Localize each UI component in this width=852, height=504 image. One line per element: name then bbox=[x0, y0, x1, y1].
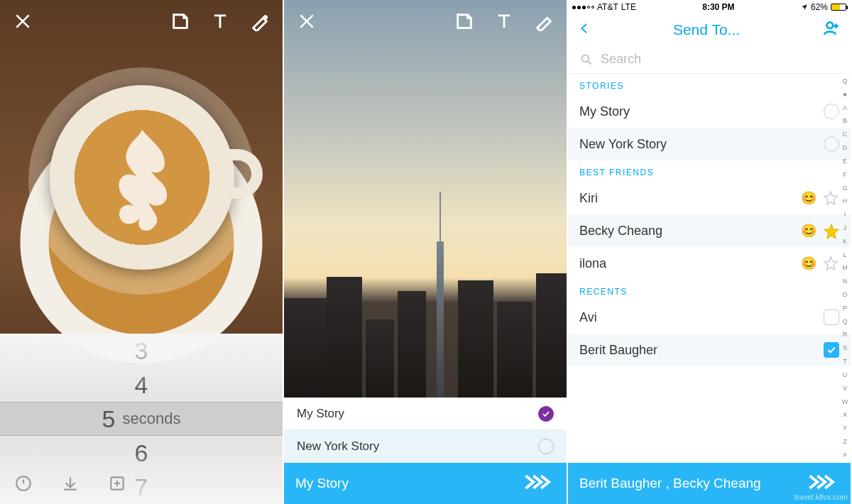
list-item[interactable]: My Story bbox=[568, 95, 851, 128]
draw-icon[interactable] bbox=[532, 10, 555, 33]
index-letter[interactable]: E bbox=[841, 158, 849, 165]
list-item[interactable]: Becky Cheang 😊 bbox=[568, 214, 851, 247]
index-letter[interactable]: A bbox=[841, 105, 849, 111]
index-letter[interactable]: U bbox=[841, 372, 849, 378]
index-letter[interactable]: ★ bbox=[841, 92, 849, 98]
index-letter[interactable]: J bbox=[841, 225, 849, 231]
index-letter[interactable]: I bbox=[841, 212, 849, 218]
timer-icon[interactable] bbox=[14, 474, 33, 493]
battery-icon bbox=[831, 4, 846, 11]
index-letter[interactable]: Z bbox=[841, 439, 849, 445]
send-arrow-icon[interactable] bbox=[524, 473, 555, 495]
list-item[interactable]: Berit Baugher bbox=[568, 334, 851, 366]
back-icon[interactable] bbox=[578, 19, 591, 40]
section-header-bestfriends: BEST FRIENDS bbox=[568, 160, 851, 182]
text-icon[interactable] bbox=[209, 10, 231, 33]
star-on-icon[interactable] bbox=[822, 222, 839, 239]
item-label: Kiri bbox=[579, 191, 598, 206]
picker-value[interactable]: 6 bbox=[135, 436, 148, 470]
story-add-icon[interactable] bbox=[108, 474, 126, 493]
story-option[interactable]: New York Story bbox=[284, 430, 567, 463]
editor-topbar bbox=[284, 0, 567, 43]
editor-topbar bbox=[0, 0, 283, 43]
index-letter[interactable]: D bbox=[841, 145, 849, 151]
search-icon bbox=[579, 53, 594, 67]
screen-timer: 3 4 5 seconds 6 7 bbox=[0, 0, 284, 504]
index-letter[interactable]: G bbox=[841, 185, 849, 192]
watermark: travel.kllvx.com bbox=[794, 493, 848, 501]
index-letter[interactable]: O bbox=[841, 292, 849, 298]
index-letter[interactable]: T bbox=[841, 358, 849, 365]
index-letter[interactable]: M bbox=[841, 265, 849, 271]
navbar: Send To... bbox=[568, 14, 851, 45]
index-letter[interactable]: P bbox=[841, 305, 849, 312]
index-letter[interactable]: N bbox=[841, 278, 849, 285]
smile-emoji-icon: 😊 bbox=[801, 223, 816, 239]
index-letter[interactable]: Y bbox=[841, 425, 849, 432]
list-item[interactable]: Avi bbox=[568, 301, 851, 334]
radio-unchecked-icon[interactable] bbox=[824, 104, 839, 119]
close-icon[interactable] bbox=[11, 10, 34, 33]
index-letter[interactable]: R bbox=[841, 332, 849, 338]
search-input[interactable]: Search bbox=[568, 45, 851, 74]
index-letter[interactable]: S bbox=[841, 345, 849, 351]
text-icon[interactable] bbox=[493, 10, 515, 33]
sticker-icon[interactable] bbox=[169, 10, 192, 33]
star-off-icon[interactable] bbox=[822, 190, 839, 207]
index-letter[interactable]: C bbox=[841, 131, 849, 138]
item-label: Becky Cheang bbox=[579, 224, 662, 239]
picker-unit: seconds bbox=[122, 402, 180, 436]
index-letter[interactable]: F bbox=[841, 172, 849, 178]
search-placeholder: Search bbox=[601, 52, 641, 67]
radio-unchecked-icon[interactable] bbox=[824, 136, 839, 152]
smile-emoji-icon: 😊 bbox=[801, 256, 816, 271]
index-letter[interactable]: Q bbox=[841, 319, 849, 325]
screen-send-to: AT&T LTE 8:30 PM 62% Send To... Search S… bbox=[568, 0, 852, 504]
section-header-stories: STORIES bbox=[568, 74, 851, 95]
send-recipients: Berit Baugher , Becky Cheang bbox=[579, 476, 761, 491]
duration-picker[interactable]: 3 4 5 seconds 6 7 bbox=[0, 334, 283, 504]
star-off-icon[interactable] bbox=[822, 255, 839, 272]
location-icon bbox=[801, 4, 808, 11]
story-options: My Story New York Story bbox=[284, 398, 567, 463]
close-icon[interactable] bbox=[295, 10, 318, 33]
item-label: ilona bbox=[579, 256, 606, 271]
picker-value[interactable]: 3 bbox=[135, 334, 148, 368]
add-friend-icon[interactable] bbox=[822, 19, 841, 40]
sticker-icon[interactable] bbox=[453, 10, 476, 33]
index-letter[interactable]: H bbox=[841, 198, 849, 204]
page-title: Send To... bbox=[591, 21, 822, 38]
index-letter[interactable]: X bbox=[841, 412, 849, 418]
battery-pct: 62% bbox=[811, 2, 828, 12]
section-header-recents: RECENTS bbox=[568, 280, 851, 301]
index-letter[interactable]: W bbox=[841, 399, 849, 405]
save-icon[interactable] bbox=[61, 474, 80, 493]
index-letter[interactable]: L bbox=[841, 252, 849, 258]
draw-icon[interactable] bbox=[248, 10, 271, 33]
index-letter[interactable]: Q bbox=[841, 78, 849, 84]
list-item[interactable]: New York Story bbox=[568, 128, 851, 160]
alpha-index[interactable]: Q★ABCDEFGHIJKLMNOPQRSTUVWXYZ# bbox=[841, 78, 849, 459]
picker-value[interactable]: 4 bbox=[135, 368, 148, 402]
story-option[interactable]: My Story bbox=[284, 398, 567, 430]
index-letter[interactable]: # bbox=[841, 452, 849, 459]
index-letter[interactable]: B bbox=[841, 118, 849, 124]
screen-story-select: My Story New York Story My Story bbox=[284, 0, 568, 504]
checkbox-on-icon[interactable] bbox=[824, 342, 839, 358]
story-label: My Story bbox=[297, 407, 344, 421]
index-letter[interactable]: V bbox=[841, 385, 849, 392]
signal-icon bbox=[572, 6, 594, 9]
index-letter[interactable]: K bbox=[841, 239, 849, 245]
send-recipients: My Story bbox=[295, 476, 349, 491]
smile-emoji-icon: 😊 bbox=[801, 190, 816, 206]
list-item[interactable]: ilona 😊 bbox=[568, 247, 851, 280]
radio-checked-icon[interactable] bbox=[538, 406, 554, 422]
checkbox-off-icon[interactable] bbox=[824, 309, 839, 325]
svg-point-2 bbox=[827, 22, 834, 28]
send-bar[interactable]: My Story bbox=[284, 463, 567, 504]
send-arrow-icon[interactable] bbox=[808, 473, 839, 495]
list-item[interactable]: Kiri 😊 bbox=[568, 182, 851, 214]
picker-value-selected[interactable]: 5 bbox=[102, 402, 116, 436]
radio-unchecked-icon[interactable] bbox=[538, 439, 554, 454]
story-label: New York Story bbox=[297, 439, 379, 454]
